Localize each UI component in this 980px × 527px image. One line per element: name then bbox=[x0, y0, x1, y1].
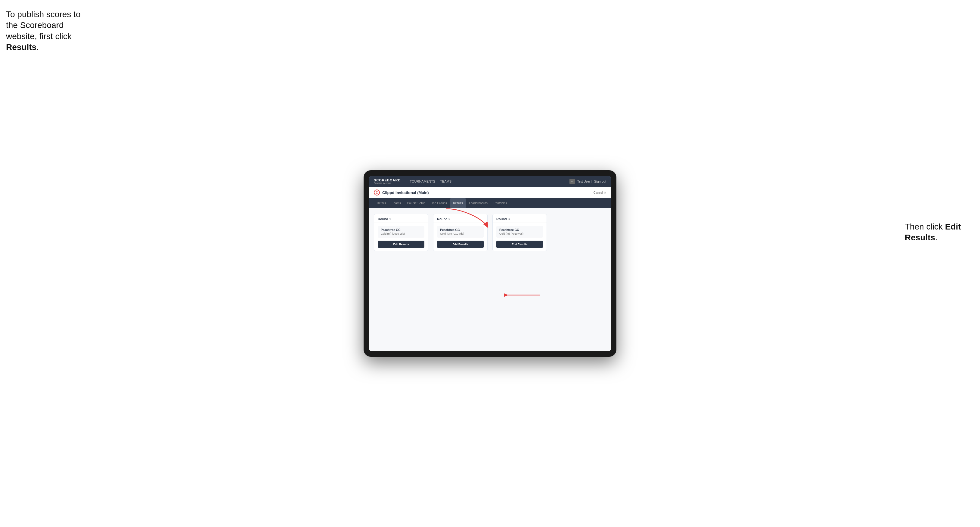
logo-area: SCOREBOARD Powered by clippd bbox=[374, 179, 401, 184]
rounds-grid: Round 1 Peachtree GC Gold (M) (7010 yds)… bbox=[374, 214, 606, 251]
tournament-name: Clippd Invitational (Main) bbox=[382, 190, 429, 195]
tab-printables[interactable]: Printables bbox=[491, 198, 510, 208]
round-2-body: Peachtree GC Gold (M) (7010 yds) Edit Re… bbox=[433, 223, 487, 251]
tournament-header: C Clippd Invitational (Main) Cancel ✕ bbox=[369, 187, 611, 198]
round-3-course-name: Peachtree GC bbox=[500, 228, 540, 232]
round-3-body: Peachtree GC Gold (M) (7010 yds) Edit Re… bbox=[493, 223, 547, 251]
tournament-icon: C bbox=[374, 189, 380, 195]
annotation-right: Then click Edit Results. bbox=[905, 221, 974, 243]
round-1-course-name: Peachtree GC bbox=[381, 228, 422, 232]
top-nav: SCOREBOARD Powered by clippd TOURNAMENTS… bbox=[369, 176, 611, 187]
round-2-course-info: Peachtree GC Gold (M) (7010 yds) bbox=[437, 226, 484, 238]
logo-text: SCOREBOARD bbox=[374, 179, 401, 182]
user-avatar: U bbox=[570, 179, 575, 184]
tab-teams[interactable]: Teams bbox=[389, 198, 404, 208]
cancel-button[interactable]: Cancel ✕ bbox=[593, 191, 606, 194]
round-2-course-name: Peachtree GC bbox=[440, 228, 480, 232]
main-content: Round 1 Peachtree GC Gold (M) (7010 yds)… bbox=[369, 208, 611, 351]
round-1-body: Peachtree GC Gold (M) (7010 yds) Edit Re… bbox=[374, 223, 428, 251]
tab-course-setup[interactable]: Course Setup bbox=[404, 198, 428, 208]
tab-details[interactable]: Details bbox=[374, 198, 389, 208]
logo-sub: Powered by clippd bbox=[374, 182, 401, 184]
nav-user-label: Test User | bbox=[577, 180, 592, 183]
nav-tournaments[interactable]: TOURNAMENTS bbox=[410, 179, 435, 184]
round-2-course-details: Gold (M) (7010 yds) bbox=[440, 232, 480, 235]
round-1-course-details: Gold (M) (7010 yds) bbox=[381, 232, 422, 235]
cancel-label: Cancel bbox=[593, 191, 603, 194]
nav-links: TOURNAMENTS TEAMS bbox=[410, 179, 563, 184]
close-icon: ✕ bbox=[604, 191, 606, 194]
tab-bar: Details Teams Course Setup Tee Groups Re… bbox=[369, 198, 611, 208]
tablet-screen: SCOREBOARD Powered by clippd TOURNAMENTS… bbox=[369, 176, 611, 351]
tablet-device: SCOREBOARD Powered by clippd TOURNAMENTS… bbox=[364, 170, 616, 357]
edit-results-button-1[interactable]: Edit Results bbox=[378, 241, 425, 248]
round-card-1: Round 1 Peachtree GC Gold (M) (7010 yds)… bbox=[374, 214, 428, 251]
edit-results-button-2[interactable]: Edit Results bbox=[437, 241, 484, 248]
edit-results-button-3[interactable]: Edit Results bbox=[496, 241, 543, 248]
nav-right: U Test User | Sign out bbox=[570, 179, 606, 184]
round-1-course-info: Peachtree GC Gold (M) (7010 yds) bbox=[378, 226, 425, 238]
nav-teams[interactable]: TEAMS bbox=[440, 179, 452, 184]
round-card-3: Round 3 Peachtree GC Gold (M) (7010 yds)… bbox=[492, 214, 547, 251]
annotation-left: To publish scores to the Scoreboard webs… bbox=[6, 9, 87, 53]
annotation-right-text: Then click Edit Results. bbox=[905, 222, 961, 242]
annotation-left-text: To publish scores to the Scoreboard webs… bbox=[6, 10, 80, 52]
round-card-2: Round 2 Peachtree GC Gold (M) (7010 yds)… bbox=[433, 214, 488, 251]
tab-results[interactable]: Results bbox=[450, 198, 466, 208]
sign-out-link[interactable]: Sign out bbox=[594, 179, 606, 184]
tournament-title-row: C Clippd Invitational (Main) bbox=[374, 189, 429, 195]
round-3-header: Round 3 bbox=[493, 214, 547, 223]
round-2-header: Round 2 bbox=[433, 214, 487, 223]
page-wrapper: To publish scores to the Scoreboard webs… bbox=[0, 0, 980, 527]
round-card-4-empty bbox=[552, 214, 606, 251]
round-3-course-info: Peachtree GC Gold (M) (7010 yds) bbox=[496, 226, 543, 238]
tab-leaderboards[interactable]: Leaderboards bbox=[466, 198, 491, 208]
round-3-course-details: Gold (M) (7010 yds) bbox=[500, 232, 540, 235]
round-1-header: Round 1 bbox=[374, 214, 428, 223]
tab-tee-groups[interactable]: Tee Groups bbox=[428, 198, 450, 208]
